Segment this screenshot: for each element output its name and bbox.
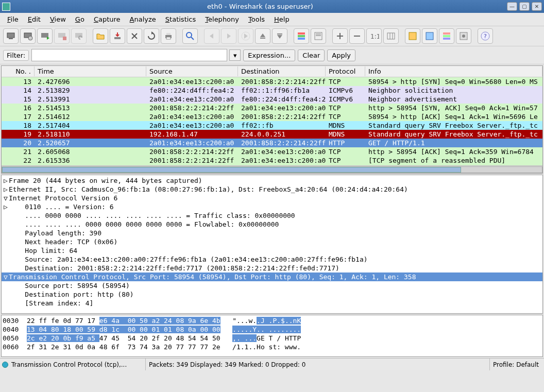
minimize-button[interactable]: — [507,2,517,11]
capture-filters-button[interactable] [405,28,420,44]
svg-marker-20 [260,33,265,37]
find-button[interactable] [182,28,198,44]
packet-row[interactable]: 152.5139912a01:e34:ee13:c200:a0fe80::224… [2,95,542,104]
go-last-button[interactable] [272,28,287,44]
detail-row[interactable]: ▷Frame 20 (444 bytes on wire, 444 bytes … [2,176,542,185]
svg-rect-37 [409,32,416,40]
detail-row[interactable]: Destination port: http (80) [2,290,542,299]
detail-row[interactable]: Next header: TCP (0x06) [2,237,542,246]
zoom-reset-button[interactable]: 1:1 [366,28,382,44]
svg-rect-31 [339,33,341,39]
apply-button[interactable]: Apply [327,49,355,61]
hex-row[interactable]: 0050 2c e2 20 0b f9 a5 47 45 54 20 2f 20… [3,334,541,343]
hex-row[interactable]: 0040 13 04 80 18 00 59 d8 1c 00 00 01 01… [3,325,541,334]
interfaces-button[interactable] [3,28,19,44]
packet-hscroll[interactable] [2,165,542,173]
packet-row[interactable]: 192.518110192.168.1.47224.0.0.251MDNSSta… [2,130,542,139]
menu-capture[interactable]: Capture [90,14,125,25]
detail-row[interactable]: .... 0000 0000 .... .... .... .... .... … [2,211,542,220]
svg-rect-9 [114,37,121,39]
go-back-button[interactable] [204,28,219,44]
col-dst[interactable]: Destination [238,66,326,76]
detail-row[interactable]: Destination: 2001:858:2:2:214:22ff:fe0d:… [2,264,542,272]
options-button[interactable] [20,28,36,44]
go-first-button[interactable] [255,28,270,44]
colorize-button[interactable] [294,28,309,44]
expression-button[interactable]: Expression... [243,49,295,61]
menu-analyze[interactable]: Analyze [126,14,160,25]
menu-tools[interactable]: Tools [244,14,269,25]
titlebar: eth0 - Wireshark (as superuser) — ▢ ✕ [0,0,544,13]
start-capture-button[interactable] [37,28,53,44]
resize-columns-button[interactable] [383,28,399,44]
packet-row[interactable]: 212.6050682001:858:2:2:214:22ff2a01:e34:… [2,147,542,156]
menu-help[interactable]: Help [270,14,294,25]
maximize-button[interactable]: ▢ [519,2,530,11]
open-button[interactable] [93,28,108,44]
detail-row[interactable]: Source: 2a01:e34:ee13:c200:a00:27ff:fe96… [2,255,542,264]
zoom-out-button[interactable] [349,28,365,44]
restart-capture-button[interactable] [71,28,87,44]
detail-row[interactable]: [Stream index: 4] [2,299,542,308]
packet-details-pane[interactable]: ▷Frame 20 (444 bytes on wire, 444 bytes … [1,175,543,314]
packet-row[interactable]: 132.4276962a01:e34:ee13:c200:a02001:858:… [2,77,542,86]
packet-list-header[interactable]: No. . Time Source Destination Protocol I… [2,66,542,77]
filter-input[interactable] [31,49,227,61]
packet-row[interactable]: 142.513829fe80::224:d4ff:fea4:2ff02::1:f… [2,86,542,95]
zoom-in-button[interactable] [332,28,348,44]
expert-info-icon[interactable] [2,362,8,368]
svg-text:1:1: 1:1 [370,33,379,40]
svg-rect-7 [63,37,66,40]
menu-go[interactable]: Go [71,14,89,25]
detail-row[interactable]: ▽Internet Protocol Version 6 [2,194,542,202]
clear-button[interactable]: Clear [298,49,325,61]
svg-point-14 [186,32,192,38]
svg-rect-12 [166,33,171,35]
detail-row[interactable]: ▷Ethernet II, Src: CadmusCo_96:fb:1a (08… [2,185,542,194]
svg-rect-21 [260,38,265,39]
menu-file[interactable]: File [3,14,23,25]
go-forward-button[interactable] [221,28,236,44]
packet-row[interactable]: 222.6153362001:858:2:2:214:22ff2a01:e34:… [2,156,542,165]
col-src[interactable]: Source [146,66,238,76]
stop-capture-button[interactable] [54,28,70,44]
packet-bytes-pane[interactable]: 0030 22 ff fe 0d 77 17 e6 4a 00 50 a2 24… [1,315,543,357]
go-to-packet-button[interactable] [238,28,253,44]
detail-row[interactable]: Source port: 58954 (58954) [2,281,542,290]
packet-row[interactable]: 162.5145132001:858:2:2:214:22ff2a01:e34:… [2,104,542,112]
coloring-rules-button[interactable] [439,28,454,44]
filter-dropdown[interactable]: ▾ [229,49,241,61]
packet-row[interactable]: 182.5174042a01:e34:ee13:c200:a0ff02::fbM… [2,121,542,130]
print-button[interactable] [161,28,176,44]
hex-row[interactable]: 0060 2f 31 2e 31 0d 0a 48 6f 73 74 3a 20… [3,343,541,351]
close-button[interactable]: ✕ [532,2,542,11]
menu-statistics[interactable]: Statistics [161,14,200,25]
svg-marker-17 [227,33,231,39]
col-time[interactable]: Time [35,66,146,76]
close-file-button[interactable] [127,28,142,44]
auto-scroll-button[interactable] [311,28,326,44]
col-no[interactable]: No. . [2,66,35,76]
save-button[interactable] [110,28,125,44]
col-proto[interactable]: Protocol [326,66,365,76]
col-info[interactable]: Info [365,66,542,76]
preferences-button[interactable] [456,28,471,44]
reload-button[interactable] [144,28,159,44]
svg-rect-40 [443,35,450,37]
svg-rect-38 [426,32,433,40]
hex-row[interactable]: 0030 22 ff fe 0d 77 17 e6 4a 00 50 a2 24… [3,316,541,325]
detail-row[interactable]: Payload length: 390 [2,229,542,237]
detail-row[interactable]: ▽Transmission Control Protocol, Src Port… [2,272,542,281]
detail-row[interactable]: Hop limit: 64 [2,246,542,255]
menu-edit[interactable]: Edit [24,14,45,25]
help-button[interactable]: ? [478,28,493,44]
toolbar: 1:1 ? [0,26,544,46]
menubar: FileEditViewGoCaptureAnalyzeStatisticsTe… [0,13,544,26]
packet-row[interactable]: 202.5206572a01:e34:ee13:c200:a02001:858:… [2,139,542,147]
packet-row[interactable]: 172.5146122a01:e34:ee13:c200:a02001:858:… [2,112,542,121]
display-filters-button[interactable] [422,28,437,44]
detail-row[interactable]: ▷ 0110 .... = Version: 6 [2,202,542,211]
detail-row[interactable]: .... .... .... 0000 0000 0000 0000 0000 … [2,220,542,229]
menu-telephony[interactable]: Telephony [201,14,243,25]
menu-view[interactable]: View [46,14,70,25]
